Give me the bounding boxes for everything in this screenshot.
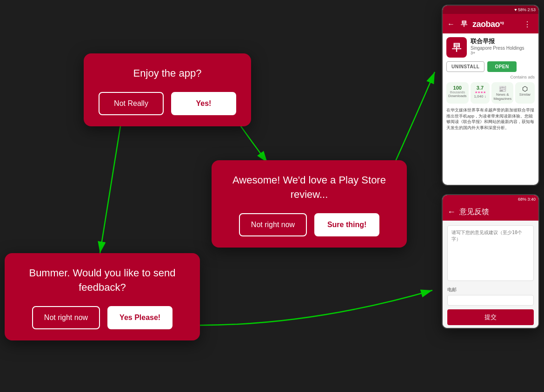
dialog-awesome-buttons: Not right now Sure thing! bbox=[223, 213, 396, 236]
ps-action-buttons: UNINSTALL OPEN bbox=[446, 61, 535, 72]
not-really-button[interactable]: Not Really bbox=[99, 92, 164, 115]
yes-button[interactable]: Yes! bbox=[171, 92, 236, 115]
ps-contains-ads: Contains ads bbox=[446, 75, 535, 79]
dialog-enjoy-buttons: Not Really Yes! bbox=[95, 92, 240, 115]
fb-title: 意见反馈 bbox=[459, 207, 489, 217]
fb-status-icons: 68% 3:40 bbox=[518, 197, 536, 202]
ps-app-name: 联合早报 bbox=[471, 37, 535, 46]
ps-header: ← 早 zaobaosg ⋮ bbox=[443, 14, 538, 33]
ps-share-icon[interactable]: ⋮ bbox=[524, 20, 531, 29]
ps-similar-stat: ⬡ Similar bbox=[515, 82, 535, 104]
ps-open-button[interactable]: OPEN bbox=[487, 61, 516, 72]
ps-app-logo: 早 bbox=[458, 18, 471, 31]
ps-app-info: 联合早报 Singapore Press Holdings 3+ bbox=[471, 37, 535, 55]
fb-textarea[interactable] bbox=[447, 225, 534, 281]
ps-app-header: 早 联合早报 Singapore Press Holdings 3+ bbox=[446, 37, 535, 58]
ps-uninstall-button[interactable]: UNINSTALL bbox=[446, 61, 484, 72]
ps-category-stat: 📰 News & Magazines bbox=[491, 82, 513, 104]
ps-status-bar: ♥ 58% 2:53 bbox=[443, 6, 538, 14]
dialog-awesome: Awesome! We'd love a Play Store review..… bbox=[212, 160, 407, 248]
sure-thing-button[interactable]: Sure thing! bbox=[314, 213, 379, 236]
ps-back-icon[interactable]: ← bbox=[447, 20, 455, 28]
dialog-bummer: Bummer. Would you like to send feedback?… bbox=[5, 253, 200, 340]
fb-back-icon[interactable]: ← bbox=[447, 207, 456, 217]
ps-brand-name: zaobaosg bbox=[472, 20, 504, 29]
dialog-enjoy: Enjoy the app? Not Really Yes! bbox=[84, 53, 251, 126]
ps-rating-badge: 3+ bbox=[471, 51, 535, 55]
ps-body: 早 联合早报 Singapore Press Holdings 3+ UNINS… bbox=[443, 33, 538, 134]
dialog-enjoy-title: Enjoy the app? bbox=[95, 66, 240, 81]
ps-app-icon: 早 bbox=[446, 37, 467, 58]
playstore-mockup: ♥ 58% 2:53 ← 早 zaobaosg ⋮ 早 联合早报 Singapo… bbox=[442, 5, 539, 186]
dialog-bummer-title: Bummer. Would you like to send feedback? bbox=[16, 266, 189, 295]
ps-description: 在华文媒体世界享有卓越声誉的新加坡联合早报推出世手机app，为读者带来阅读新体验… bbox=[446, 107, 535, 131]
ps-logo: 早 zaobaosg bbox=[458, 18, 504, 31]
fb-submit-button[interactable]: 提交 bbox=[447, 309, 534, 325]
fb-email-label: 电邮 bbox=[447, 287, 534, 293]
ps-stats: 100 thousands Downloads 3.7 ★★★★ 1,040 ↓… bbox=[446, 82, 535, 104]
not-right-now-button-1[interactable]: Not right now bbox=[239, 213, 307, 236]
fb-nav: ← 意见反馈 bbox=[443, 203, 538, 221]
yes-please-button[interactable]: Yes Please! bbox=[107, 306, 172, 329]
ps-app-developer: Singapore Press Holdings bbox=[471, 46, 535, 51]
ps-status-icons: ♥ 58% 2:53 bbox=[514, 7, 536, 12]
ps-downloads-stat: 100 thousands Downloads bbox=[446, 82, 469, 104]
fb-body: 电邮 提交 bbox=[443, 221, 538, 329]
fb-email-input[interactable] bbox=[447, 295, 534, 306]
feedback-mockup: 68% 3:40 ← 意见反馈 电邮 提交 bbox=[442, 194, 539, 329]
dialog-awesome-title: Awesome! We'd love a Play Store review..… bbox=[223, 173, 396, 202]
ps-rating-stat: 3.7 ★★★★ 1,040 ↓ bbox=[471, 82, 490, 104]
dialog-bummer-buttons: Not right now Yes Please! bbox=[16, 306, 189, 329]
fb-status-bar: 68% 3:40 bbox=[443, 195, 538, 203]
not-right-now-button-2[interactable]: Not right now bbox=[32, 306, 100, 329]
